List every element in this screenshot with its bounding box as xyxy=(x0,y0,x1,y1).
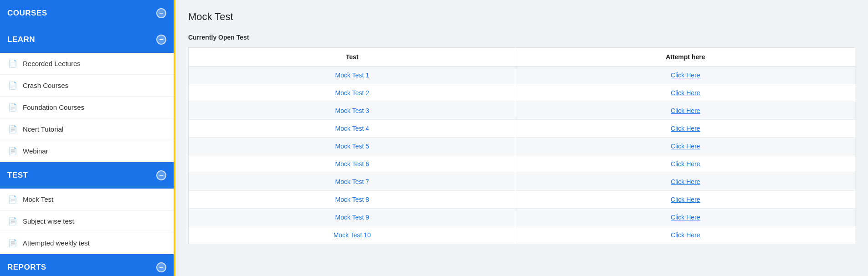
sidebar-item-webinar[interactable]: 📄 Webinar xyxy=(0,140,174,162)
table-row: Mock Test 6Click Here xyxy=(189,155,855,173)
reports-collapse-btn[interactable]: − xyxy=(156,262,166,272)
attempt-here-cell: Click Here xyxy=(516,155,855,173)
attempt-here-cell: Click Here xyxy=(516,191,855,209)
sidebar-item-attempted-weekly-test[interactable]: 📄 Attempted weekly test xyxy=(0,232,174,254)
test-name-cell: Mock Test 6 xyxy=(189,155,516,173)
page-title: Mock Test xyxy=(188,11,855,23)
sidebar-courses-label: COURSES xyxy=(7,9,47,18)
sidebar-item-label: Ncert Tutorial xyxy=(23,125,63,133)
sidebar-item-label: Attempted weekly test xyxy=(23,239,90,247)
test-name-cell: Mock Test 7 xyxy=(189,173,516,191)
sidebar-test-header[interactable]: TEST − xyxy=(0,162,174,189)
table-row: Mock Test 7Click Here xyxy=(189,173,855,191)
attempt-here-cell: Click Here xyxy=(516,138,855,155)
click-here-link[interactable]: Click Here xyxy=(671,178,700,185)
sidebar-item-subject-wise-test[interactable]: 📄 Subject wise test xyxy=(0,210,174,232)
sidebar-item-label: Mock Test xyxy=(23,195,53,203)
test-collapse-btn[interactable]: − xyxy=(156,170,166,180)
doc-icon: 📄 xyxy=(8,217,17,225)
sidebar-item-label: Subject wise test xyxy=(23,217,74,225)
attempt-here-cell: Click Here xyxy=(516,102,855,120)
test-name-cell: Mock Test 9 xyxy=(189,209,516,226)
doc-icon: 📄 xyxy=(8,147,17,155)
main-content: Mock Test Currently Open Test Test Attem… xyxy=(175,0,868,276)
click-here-link[interactable]: Click Here xyxy=(671,72,700,79)
table-row: Mock Test 5Click Here xyxy=(189,138,855,155)
click-here-link[interactable]: Click Here xyxy=(671,196,700,203)
doc-icon: 📄 xyxy=(8,59,17,68)
table-row: Mock Test 3Click Here xyxy=(189,102,855,120)
attempt-here-cell: Click Here xyxy=(516,173,855,191)
click-here-link[interactable]: Click Here xyxy=(671,214,700,221)
attempt-here-cell: Click Here xyxy=(516,209,855,226)
sidebar-reports-label: REPORTS xyxy=(7,263,46,272)
sidebar-item-crash-courses[interactable]: 📄 Crash Courses xyxy=(0,75,174,97)
col-header-attempt: Attempt here xyxy=(516,48,855,66)
table-row: Mock Test 2Click Here xyxy=(189,84,855,102)
test-name-cell: Mock Test 5 xyxy=(189,138,516,155)
table-row: Mock Test 4Click Here xyxy=(189,120,855,138)
doc-icon: 📄 xyxy=(8,125,17,133)
sidebar-item-foundation-courses[interactable]: 📄 Foundation Courses xyxy=(0,97,174,118)
table-row: Mock Test 8Click Here xyxy=(189,191,855,209)
sidebar-item-recorded-lectures[interactable]: 📄 Recorded Lectures xyxy=(0,53,174,75)
sidebar-reports-header[interactable]: REPORTS − xyxy=(0,254,174,276)
sidebar-learn-label: LEARN xyxy=(7,35,35,44)
sidebar-item-label: Recorded Lectures xyxy=(23,60,81,67)
click-here-link[interactable]: Click Here xyxy=(671,160,700,168)
click-here-link[interactable]: Click Here xyxy=(671,107,700,114)
courses-collapse-btn[interactable]: − xyxy=(156,8,166,18)
sidebar-item-ncert-tutorial[interactable]: 📄 Ncert Tutorial xyxy=(0,118,174,140)
click-here-link[interactable]: Click Here xyxy=(671,231,700,239)
test-name-cell: Mock Test 8 xyxy=(189,191,516,209)
doc-icon: 📄 xyxy=(8,195,17,204)
test-name-cell: Mock Test 2 xyxy=(189,84,516,102)
col-header-test: Test xyxy=(189,48,516,66)
learn-collapse-btn[interactable]: − xyxy=(156,35,166,45)
attempt-here-cell: Click Here xyxy=(516,84,855,102)
doc-icon: 📄 xyxy=(8,81,17,90)
doc-icon: 📄 xyxy=(8,239,17,247)
click-here-link[interactable]: Click Here xyxy=(671,143,700,150)
test-name-cell: Mock Test 4 xyxy=(189,120,516,138)
sidebar-item-label: Crash Courses xyxy=(23,82,68,89)
sidebar-courses-header[interactable]: COURSES − xyxy=(0,0,174,26)
click-here-link[interactable]: Click Here xyxy=(671,125,700,132)
test-name-cell: Mock Test 1 xyxy=(189,66,516,84)
sidebar-item-mock-test[interactable]: 📄 Mock Test xyxy=(0,189,174,210)
test-name-cell: Mock Test 10 xyxy=(189,226,516,244)
attempt-here-cell: Click Here xyxy=(516,120,855,138)
currently-open-label: Currently Open Test xyxy=(188,32,855,43)
attempt-here-cell: Click Here xyxy=(516,66,855,84)
mock-test-table: Test Attempt here Mock Test 1Click HereM… xyxy=(188,47,855,244)
sidebar-item-label: Webinar xyxy=(23,147,48,155)
test-name-cell: Mock Test 3 xyxy=(189,102,516,120)
table-row: Mock Test 9Click Here xyxy=(189,209,855,226)
sidebar-learn-header[interactable]: LEARN − xyxy=(0,26,174,53)
sidebar-item-label: Foundation Courses xyxy=(23,103,84,111)
table-row: Mock Test 10Click Here xyxy=(189,226,855,244)
sidebar: COURSES − LEARN − 📄 Recorded Lectures 📄 … xyxy=(0,0,175,276)
table-row: Mock Test 1Click Here xyxy=(189,66,855,84)
doc-icon: 📄 xyxy=(8,103,17,112)
click-here-link[interactable]: Click Here xyxy=(671,89,700,97)
attempt-here-cell: Click Here xyxy=(516,226,855,244)
sidebar-test-label: TEST xyxy=(7,171,28,180)
